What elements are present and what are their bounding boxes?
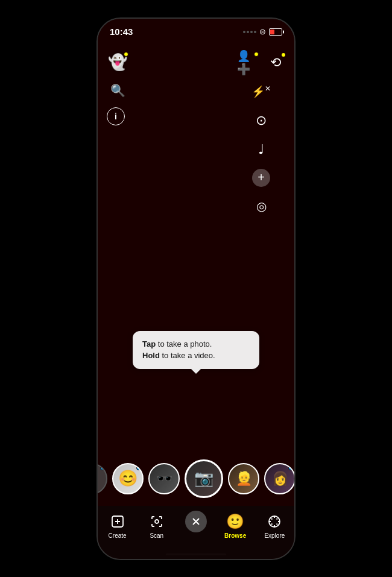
battery-fill	[270, 30, 274, 34]
signal-dot-1	[243, 31, 245, 33]
info-button[interactable]: i	[107, 107, 125, 125]
tooltip-hold-text: to take a video.	[160, 351, 215, 360]
story-avatar-4-icon: 👩	[272, 471, 288, 487]
dual-camera-icon: ⊙	[256, 113, 267, 128]
capture-button[interactable]: 📷	[185, 459, 223, 498]
bottom-nav: Create Scan	[98, 506, 294, 559]
nav-item-create[interactable]: Create	[100, 513, 136, 539]
create-label: Create	[109, 532, 127, 539]
top-right-controls: 👤➕ ⟲ ⚡✕ ⊙ ♩	[237, 52, 285, 216]
browse-close-icon	[185, 511, 207, 532]
scan-focus-icon: ◎	[256, 199, 267, 213]
nav-item-browse-close[interactable]	[178, 511, 214, 532]
info-icon: i	[115, 112, 117, 121]
flash-icon: ⚡✕	[251, 84, 271, 98]
top-left-controls: 👻 🔍 i	[107, 52, 128, 125]
lens-avatar: 🃏	[96, 463, 107, 494]
add-friend-dot	[254, 52, 259, 57]
flip-dot	[282, 53, 285, 57]
music-button[interactable]: ♩	[251, 140, 271, 159]
scan-focus-button[interactable]: ◎	[251, 197, 271, 216]
lens-icon: 🃏	[96, 471, 100, 486]
browse-icon: 🙂	[226, 513, 244, 530]
battery-icon	[269, 28, 282, 36]
story-item-smiley[interactable]: 😊	[112, 463, 144, 494]
tooltip-hold-bold: Hold	[142, 351, 160, 360]
flip-camera-button[interactable]: ⟲	[266, 53, 285, 72]
create-icon	[110, 513, 125, 530]
story-item-3[interactable]: 👱	[228, 463, 259, 494]
flip-camera-icon: ⟲	[270, 55, 281, 71]
ghost-notification-dot	[124, 52, 128, 57]
scan-icon	[150, 513, 164, 530]
nav-item-scan[interactable]: Scan	[139, 513, 175, 539]
story-avatar-smiley: 😊	[112, 463, 144, 494]
story-avatar-3-icon: 👱	[236, 471, 252, 487]
plus-icon: +	[258, 171, 265, 184]
browse-label: Browse	[224, 532, 246, 539]
nav-item-browse[interactable]: 🙂 Browse	[217, 513, 253, 539]
svg-point-1	[155, 520, 159, 523]
flash-button[interactable]: ⚡✕	[251, 82, 271, 101]
dual-camera-button[interactable]: ⊙	[251, 111, 271, 130]
capture-avatar: 📷	[185, 459, 223, 498]
nav-item-explore[interactable]: Explore	[256, 513, 292, 539]
tooltip-text: Tap to take a photo. Hold to take a vide…	[142, 338, 250, 362]
story-smiley-icon: 😊	[118, 469, 138, 488]
story-smiley-dot	[136, 465, 141, 470]
story-avatar-2: 🕶️	[148, 463, 180, 494]
camera-tooltip: Tap to take a photo. Hold to take a vide…	[133, 331, 259, 369]
side-icons: ⚡✕ ⊙ ♩ + ◎	[251, 82, 271, 216]
stories-bar: 🃏 😊 🕶️ 📷 👱	[98, 452, 294, 506]
lens-item-1[interactable]: 🃏	[96, 463, 107, 494]
signal-dot-4	[254, 31, 256, 33]
status-time: 10:43	[110, 27, 133, 37]
explore-label: Explore	[264, 532, 285, 539]
story-avatar-3: 👱	[228, 463, 259, 494]
story-avatar-4: 👩	[264, 463, 296, 494]
signal-dot-2	[247, 31, 249, 33]
top-right-row: 👤➕ ⟲	[237, 52, 285, 74]
status-icons: ⊜	[243, 27, 282, 36]
capture-icon: 📷	[194, 469, 213, 488]
signal-dot-3	[250, 31, 253, 33]
wifi-icon: ⊜	[259, 27, 266, 36]
search-icon: 🔍	[110, 83, 125, 98]
phone-frame: 10:43 ⊜ 👻 🔍	[96, 17, 296, 560]
tooltip-tap-text: to take a photo.	[156, 339, 212, 348]
music-icon: ♩	[258, 142, 264, 157]
story-4-dot	[288, 465, 293, 470]
search-button[interactable]: 🔍	[107, 80, 128, 101]
add-friend-button[interactable]: 👤➕	[237, 52, 259, 74]
explore-icon	[267, 513, 282, 530]
scan-label: Scan	[150, 532, 163, 539]
camera-area[interactable]: 👻 🔍 i 👤➕ ⟲	[98, 19, 294, 511]
story-item-2[interactable]: 🕶️	[148, 463, 180, 494]
story-avatar-2-icon: 🕶️	[156, 471, 172, 487]
ghost-button[interactable]: 👻	[107, 52, 128, 74]
status-bar: 10:43 ⊜	[98, 19, 294, 45]
lens-dot	[100, 465, 105, 470]
tooltip-tap-bold: Tap	[142, 339, 156, 348]
signal-dots	[243, 31, 256, 33]
plus-button[interactable]: +	[252, 169, 270, 187]
story-item-4[interactable]: 👩	[264, 463, 296, 494]
